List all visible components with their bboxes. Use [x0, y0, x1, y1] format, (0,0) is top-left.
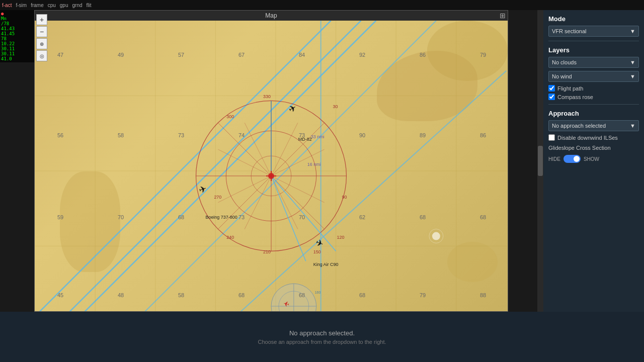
bottom-area: No approach selected. Choose an approach…: [0, 312, 644, 362]
layers-section-title: Layers: [548, 46, 639, 54]
grid-num: 45: [57, 292, 63, 298]
grid-num: 70: [118, 214, 124, 220]
grid-num: 89: [420, 132, 426, 138]
grid-num: 68: [238, 292, 245, 298]
grid-num: 74: [238, 132, 245, 138]
approach-dropdown-arrow: ▼: [630, 123, 635, 129]
topbar-item: f-sim: [16, 3, 27, 8]
show-label: SHOW: [584, 156, 599, 162]
compass-rose-label[interactable]: Compass rose: [557, 94, 593, 100]
divider-1: [548, 41, 639, 41]
grid-num: 49: [118, 52, 124, 58]
grid-num: 86: [420, 52, 426, 58]
no-approach-subtext: Choose an approach from the dropdown to …: [258, 339, 386, 345]
approach-section-title: Approach: [548, 110, 639, 117]
grid-num: 73: [178, 132, 184, 138]
grid-num: 73: [299, 132, 305, 138]
topbar-item: flit: [87, 3, 92, 8]
grid-num: 68: [299, 292, 305, 298]
grid-num: 92: [359, 52, 365, 58]
disable-downwind-label[interactable]: Disable downwind ILSes: [557, 135, 618, 141]
grid-num: 79: [480, 52, 486, 58]
map-title: Map: [265, 12, 277, 19]
map-controls: + − ⊕ ◎: [36, 14, 47, 61]
map-expand-icon[interactable]: ⊞: [500, 12, 506, 20]
grid-num: 59: [57, 214, 63, 220]
grid-num: 57: [178, 52, 184, 58]
compass-rose-checkbox[interactable]: [548, 94, 555, 100]
left-stats-panel: ● Mn /78 41.43 41.45 78 10.22 30.11 30.1…: [0, 10, 34, 62]
wind-dropdown[interactable]: No wind ▼: [548, 71, 639, 82]
grid-num: 67: [238, 52, 245, 58]
wind-dropdown-arrow: ▼: [630, 73, 635, 79]
compass-rose-row: Compass rose: [548, 94, 639, 100]
topbar: f-act f-sim frame cpu gpu grnd flit: [0, 0, 644, 10]
hide-label: HIDE: [548, 156, 560, 162]
locate-button[interactable]: ◎: [36, 50, 47, 61]
glideslope-toggle[interactable]: [564, 155, 581, 163]
grid-num: 48: [118, 292, 124, 298]
grid-num: 68: [480, 214, 486, 220]
no-approach-message: No approach selected.: [289, 329, 355, 337]
terrain-patch-3: [60, 171, 120, 272]
grid-num: 73: [238, 214, 245, 220]
topbar-item: cpu: [48, 3, 56, 8]
map-titlebar: Map ⊞: [35, 11, 508, 21]
mode-dropdown-arrow: ▼: [630, 28, 635, 34]
grid-num: 56: [57, 132, 63, 138]
scrollbar[interactable]: [537, 10, 543, 312]
topbar-item: grnd: [72, 3, 83, 8]
flight-path-label[interactable]: Flight path: [557, 85, 583, 92]
clouds-dropdown[interactable]: No clouds ▼: [548, 57, 639, 68]
recenter-button[interactable]: ⊕: [36, 38, 47, 49]
approach-dropdown[interactable]: No approach selected ▼: [548, 120, 639, 131]
grid-num: 70: [299, 214, 305, 220]
grid-num: 90: [359, 132, 365, 138]
grid-num: 68: [420, 214, 426, 220]
grid-num: 88: [480, 292, 486, 298]
grid-num: 86: [480, 132, 486, 138]
zoom-out-button[interactable]: −: [36, 26, 47, 37]
grid-num: 68: [178, 214, 184, 220]
grid-num: 79: [420, 292, 426, 298]
divider-2: [548, 104, 639, 105]
topbar-item: f-act: [2, 3, 12, 8]
grid-num: 68: [359, 292, 365, 298]
right-panel: Mode VFR sectional ▼ Layers No clouds ▼ …: [543, 10, 644, 312]
clouds-dropdown-arrow: ▼: [630, 59, 635, 65]
grid-num: 47: [57, 52, 63, 58]
disable-downwind-checkbox[interactable]: [548, 134, 555, 141]
flight-path-checkbox[interactable]: [548, 85, 555, 92]
map-content[interactable]: 330 30 300 270 90 240 120 210 150 33 nmi…: [35, 21, 508, 311]
zoom-in-button[interactable]: +: [36, 14, 47, 25]
flight-path-row: Flight path: [548, 85, 639, 92]
scrollbar-thumb[interactable]: [538, 146, 543, 176]
terrain-patch-2: [427, 21, 508, 81]
disable-downwind-row: Disable downwind ILSes: [548, 134, 639, 141]
topbar-item: frame: [31, 3, 44, 8]
glideslope-toggle-row: HIDE SHOW: [548, 155, 639, 163]
grid-num: 84: [299, 52, 305, 58]
grid-num: 58: [118, 132, 124, 138]
topbar-item: gpu: [60, 3, 68, 8]
map-window: Map ⊞: [34, 10, 508, 312]
grid-num: 62: [359, 214, 365, 220]
grid-num: 58: [178, 292, 184, 298]
glideslope-label: Glideslope Cross Section: [548, 145, 639, 151]
mode-dropdown[interactable]: VFR sectional ▼: [548, 26, 639, 37]
mode-section-title: Mode: [548, 15, 639, 23]
terrain-patch-4: [447, 242, 498, 282]
